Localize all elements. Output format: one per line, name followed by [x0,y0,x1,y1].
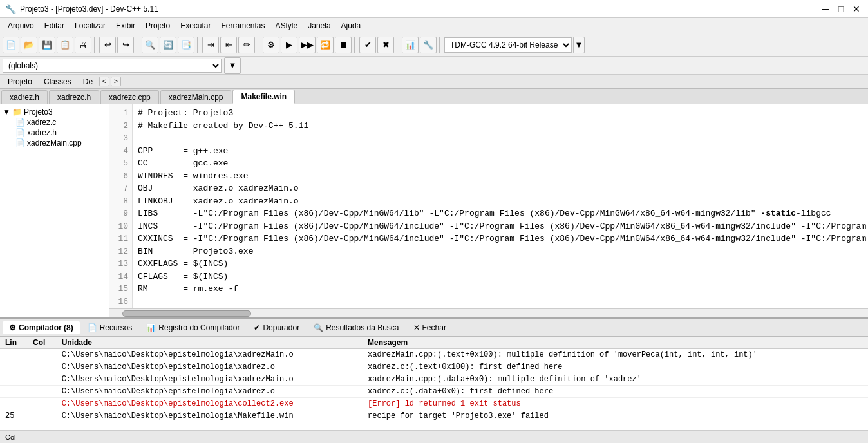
cell-unit: C:\Users\maico\Desktop\epistelmologia\xa… [57,349,363,361]
toolbar: 📄 📂 💾 📋 🖨 ↩ ↪ 🔍 🔄 📑 ⇥ ⇤ ✏ ⚙ ▶ ▶▶ 🔁 ⏹ ✔ ✖… [0,33,868,57]
tab-de[interactable]: De [78,76,98,88]
menu-arquivo[interactable]: Arquivo [3,20,39,32]
find-button[interactable]: 🔍 [142,37,158,53]
file-tab-xadrezmaincpp[interactable]: xadrezMain.cpp [160,90,232,104]
tree-file-icon-3: 📄 [15,138,25,147]
cell-col [28,373,57,386]
check-button[interactable]: ✔ [359,37,376,53]
recursos-icon: 📄 [88,323,97,332]
menu-executar[interactable]: Executar [175,20,216,32]
col-header-unidade: Unidade [57,337,363,349]
menu-ferramentas[interactable]: Ferramentas [216,20,270,32]
scope-dropdown-arrow[interactable]: ▼ [224,57,241,74]
minimize-button[interactable]: ─ [819,3,832,15]
menu-bar: Arquivo Editar Localizar Exibir Projeto … [0,18,868,33]
proj-nav-next[interactable]: > [111,77,121,86]
code-content[interactable]: # Project: Projeto3 # Makefile created b… [133,104,868,308]
cell-col [28,349,57,361]
cell-unit: C:\Users\maico\Desktop\epistelmologia\xa… [57,373,363,386]
file-tab-makefilewin[interactable]: Makefile.win [232,90,295,104]
bottom-tab-recursos[interactable]: 📄 Recursos [81,321,139,334]
close-tab-button[interactable]: ✖ [377,37,394,53]
main-content: ▼ 📁 Projeto3 📄 xadrez.c 📄 xadrez.h 📄 xad… [0,104,868,317]
toolbar-sep-5 [354,37,357,53]
tree-root-projeto3[interactable]: ▼ 📁 Projeto3 [3,107,106,117]
horizontal-scrollbar[interactable] [109,308,868,317]
undo-button[interactable]: ↩ [99,37,116,53]
menu-astyle[interactable]: AStyle [270,20,303,32]
table-row: 25C:\Users\maico\Desktop\epistelmologia\… [0,410,868,422]
cell-lin: 25 [0,410,28,422]
indent-button[interactable]: ⇥ [202,37,219,53]
new-button[interactable]: 📄 [3,37,19,53]
file-tab-xadrezh[interactable]: xadrez.h [1,90,48,104]
project-tree: ▼ 📁 Projeto3 📄 xadrez.c 📄 xadrez.h 📄 xad… [0,104,109,317]
registro-label: Registro do Compilador [158,323,240,332]
toolbar-sep-7 [439,37,442,53]
tree-item-xadrezmaincpp[interactable]: 📄 xadrezMain.cpp [3,138,106,148]
title-text: Projeto3 - [Projeto3.dev] - Dev-C++ 5.11 [20,5,158,14]
file-tab-xadrezccpp[interactable]: xadrezc.cpp [100,90,159,104]
code-area[interactable]: 1 2 3 4 5 6 7 8 9 10 11 12 13 14 15 16 1… [109,104,868,308]
open-button[interactable]: 📂 [21,37,37,53]
tree-item-label-xadrezc: xadrez.c [27,118,56,127]
title-bar: 🔧 Projeto3 - [Projeto3.dev] - Dev-C++ 5.… [0,0,868,18]
tab-classes[interactable]: Classes [39,76,77,88]
menu-exibir[interactable]: Exibir [111,20,140,32]
tab-projeto[interactable]: Projeto [3,76,37,88]
menu-janela[interactable]: Janela [303,20,335,32]
menu-projeto[interactable]: Projeto [140,20,175,32]
cell-col [28,386,57,398]
replace-button[interactable]: 🔄 [160,37,176,53]
cell-msg: recipe for target 'Projeto3.exe' failed [363,410,868,422]
tree-item-label-xadrezh: xadrez.h [27,128,57,137]
cell-msg: [Error] ld returned 1 exit status [363,398,868,410]
find-file-button[interactable]: 📑 [178,37,194,53]
errors-table: Lin Col Unidade Mensagem C:\Users\maico\… [0,337,868,422]
bottom-tab-busca[interactable]: 🔍 Resultados da Busca [307,321,405,334]
depurador-label: Depurador [263,323,299,332]
menu-editar[interactable]: Editar [39,20,70,32]
tree-folder-icon: 📁 [12,108,22,117]
bottom-tab-compilador[interactable]: ⚙ Compilador (8) [3,321,80,334]
outdent-button[interactable]: ⇤ [220,37,237,53]
menu-localizar[interactable]: Localizar [70,20,111,32]
bottom-tab-depurador[interactable]: ✔ Depurador [247,321,306,334]
bottom-tab-registro[interactable]: 📊 Registro do Compilador [140,321,246,334]
editor: 1 2 3 4 5 6 7 8 9 10 11 12 13 14 15 16 1… [109,104,868,317]
maximize-button[interactable]: □ [835,3,847,15]
tree-item-xadrezc[interactable]: 📄 xadrez.c [3,117,106,127]
line-numbers: 1 2 3 4 5 6 7 8 9 10 11 12 13 14 15 16 1… [109,104,133,308]
cell-msg: xadrezMain.cpp:(.data+0x0): multiple def… [363,373,868,386]
compile-run-button[interactable]: ▶▶ [299,37,316,53]
toolbar-sep-4 [258,37,260,53]
save-button[interactable]: 💾 [39,37,55,53]
tools-button[interactable]: 🔧 [420,37,437,53]
scope-dropdown[interactable]: (globals) [3,59,222,73]
toolbar-sep-1 [94,37,97,53]
stop-button[interactable]: ⏹ [335,37,352,53]
compile-button[interactable]: ⚙ [263,37,279,53]
print-button[interactable]: 🖨 [75,37,91,53]
cell-lin [0,386,28,398]
cell-unit: C:\Users\maico\Desktop\epistelmologia\co… [57,398,363,410]
tree-item-xadrezh[interactable]: 📄 xadrez.h [3,127,106,138]
toolbar-sep-2 [137,37,139,53]
chart-button[interactable]: 📊 [402,37,419,53]
toolbar-sep-6 [397,37,399,53]
file-tab-xadrezch[interactable]: xadrezc.h [49,90,99,104]
bottom-tab-fechar[interactable]: ✕ Fechar [407,321,453,334]
close-button[interactable]: ✕ [850,3,863,15]
bottom-panel: ⚙ Compilador (8) 📄 Recursos 📊 Registro d… [0,317,868,430]
toggle-comment-button[interactable]: ✏ [238,37,255,53]
compiler-dropdown-arrow[interactable]: ▼ [573,37,585,53]
rebuild-button[interactable]: 🔁 [317,37,334,53]
save-all-button[interactable]: 📋 [57,37,73,53]
scrollbar-thumb[interactable] [122,310,251,317]
menu-ajuda[interactable]: Ajuda [336,20,366,32]
proj-nav-prev[interactable]: < [99,77,109,86]
toolbar-sep-3 [197,37,200,53]
run-button[interactable]: ▶ [281,37,297,53]
compiler-dropdown[interactable]: TDM-GCC 4.9.2 64-bit Release [444,37,572,53]
redo-button[interactable]: ↪ [117,37,134,53]
